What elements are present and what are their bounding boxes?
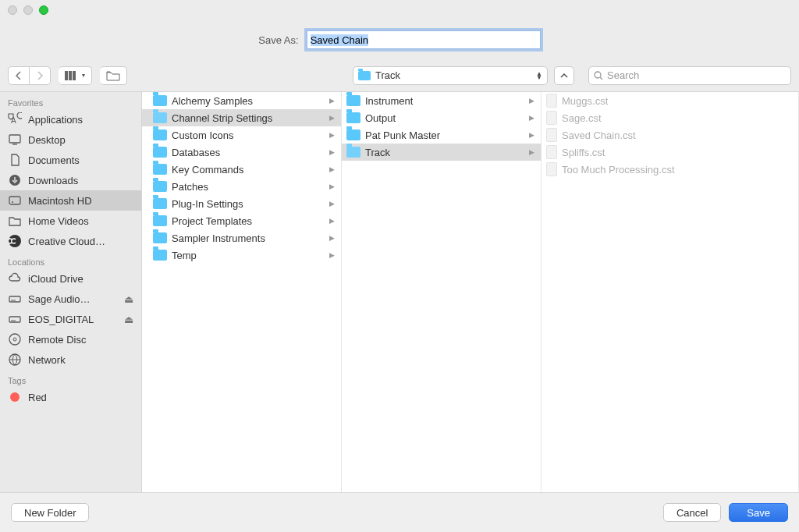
chevron-left-icon bbox=[15, 71, 23, 80]
apps-icon: A bbox=[8, 112, 22, 126]
sidebar-item[interactable]: Desktop bbox=[0, 129, 141, 150]
close-window-button[interactable] bbox=[8, 5, 17, 15]
folder-row[interactable]: Temp▶ bbox=[142, 246, 341, 264]
sidebar-item[interactable]: Downloads bbox=[0, 170, 141, 190]
eject-icon[interactable]: ⏏ bbox=[124, 314, 133, 325]
folder-row[interactable]: ▶Alchemy Samples▶ bbox=[142, 92, 341, 109]
sidebar-item-label: Documents bbox=[28, 154, 80, 166]
drive-icon bbox=[8, 312, 22, 326]
sidebar-item[interactable]: EOS_DIGITAL⏏ bbox=[0, 309, 141, 329]
collapse-button[interactable] bbox=[554, 66, 574, 85]
row-label: Pat Punk Master bbox=[365, 129, 440, 141]
chevron-right-icon: ▶ bbox=[529, 131, 538, 139]
minimize-window-button[interactable] bbox=[23, 5, 33, 15]
path-popup-label: Track bbox=[375, 69, 400, 81]
row-label: Temp bbox=[172, 250, 197, 261]
grouping-button[interactable] bbox=[100, 66, 127, 85]
sidebar-item[interactable]: Macintosh HD bbox=[0, 190, 141, 211]
folder-row[interactable]: Pat Punk Master▶ bbox=[342, 126, 541, 144]
folder-icon bbox=[153, 181, 167, 192]
folder-row[interactable]: Project Templates▶ bbox=[142, 212, 341, 229]
downloads-icon bbox=[8, 173, 22, 187]
folder-row[interactable]: ▶Databases▶ bbox=[142, 144, 341, 161]
sidebar-item[interactable]: Home Videos bbox=[0, 211, 141, 231]
cc-icon bbox=[8, 234, 22, 248]
folder-icon bbox=[153, 215, 167, 226]
sidebar-item-label: iCloud Drive bbox=[28, 273, 83, 285]
row-label: Plug-In Settings bbox=[172, 198, 243, 210]
view-mode-button[interactable]: ▾ bbox=[59, 66, 92, 85]
folder-icon bbox=[153, 147, 167, 158]
sidebar-item-label: Downloads bbox=[28, 175, 78, 186]
back-button[interactable] bbox=[8, 66, 30, 85]
sidebar-section-header: Tags bbox=[0, 370, 141, 387]
sidebar-item-label: Creative Cloud… bbox=[28, 236, 105, 247]
sidebar-item[interactable]: Remote Disc bbox=[0, 329, 141, 349]
columns-view-icon bbox=[65, 71, 79, 80]
row-label: Saved Chain.cst bbox=[562, 129, 636, 141]
disc-icon bbox=[8, 332, 22, 346]
folder-icon bbox=[153, 198, 167, 209]
eject-icon[interactable]: ⏏ bbox=[124, 293, 133, 305]
svg-text:A: A bbox=[11, 116, 16, 125]
file-icon bbox=[546, 128, 557, 142]
folder-icon bbox=[346, 147, 360, 158]
folder-row[interactable]: Instrument▶ bbox=[342, 92, 541, 109]
sidebar-item[interactable]: AApplications bbox=[0, 109, 141, 129]
folder-icon bbox=[346, 129, 360, 140]
chevron-up-icon bbox=[560, 73, 568, 79]
sidebar-item[interactable]: Network bbox=[0, 349, 141, 370]
row-label: Output bbox=[365, 112, 396, 124]
sidebar-section-header: Favorites bbox=[0, 92, 141, 109]
svg-rect-12 bbox=[9, 296, 20, 302]
folder-row[interactable]: ▶Channel Strip Settings▶ bbox=[142, 109, 341, 126]
cancel-button[interactable]: Cancel bbox=[663, 503, 721, 522]
folder-row[interactable]: Output▶ bbox=[342, 109, 541, 126]
chevron-right-icon: ▶ bbox=[329, 200, 338, 207]
folder-icon bbox=[153, 112, 167, 123]
folder-row[interactable]: Custom Icons▶ bbox=[142, 126, 341, 144]
save-as-row: Save As: bbox=[0, 20, 799, 59]
chevron-right-icon: ▶ bbox=[329, 251, 338, 259]
folder-icon bbox=[153, 129, 167, 140]
chevron-right-icon: ▶ bbox=[329, 234, 338, 242]
svg-rect-0 bbox=[65, 71, 68, 80]
zoom-window-button[interactable] bbox=[39, 5, 48, 15]
row-label: Channel Strip Settings bbox=[172, 112, 272, 124]
folder-row[interactable]: Patches▶ bbox=[142, 178, 341, 195]
filename-input[interactable] bbox=[307, 30, 541, 49]
path-popup[interactable]: Track ▲▼ bbox=[353, 66, 548, 85]
sidebar-item[interactable]: Red bbox=[0, 387, 141, 407]
bottom-bar: New Folder Cancel Save bbox=[0, 493, 799, 532]
chevron-right-icon: ▶ bbox=[329, 97, 338, 105]
file-row: Too Much Processing.cst bbox=[542, 161, 798, 178]
sidebar-item-label: Desktop bbox=[28, 134, 66, 146]
search-placeholder: Search bbox=[607, 69, 639, 81]
sidebar-item-label: Red bbox=[28, 392, 47, 403]
folder-row[interactable]: Plug-In Settings▶ bbox=[142, 195, 341, 212]
folder-row[interactable]: Sampler Instruments▶ bbox=[142, 229, 341, 246]
sidebar-item-label: Network bbox=[28, 354, 66, 366]
folder-icon bbox=[153, 95, 167, 106]
folder-row[interactable]: Key Commands▶ bbox=[142, 161, 341, 178]
search-input[interactable]: Search bbox=[588, 66, 791, 85]
file-columns: ▶Alchemy Samples▶▶Channel Strip Settings… bbox=[142, 92, 799, 492]
sidebar-item[interactable]: Documents bbox=[0, 150, 141, 170]
folder-icon bbox=[346, 95, 360, 106]
sidebar-item[interactable]: Creative Cloud… bbox=[0, 231, 141, 251]
row-label: Instrument bbox=[365, 95, 413, 107]
folder-icon bbox=[153, 232, 167, 243]
tag-icon bbox=[8, 390, 22, 404]
chevron-right-icon: ▶ bbox=[329, 183, 338, 190]
new-folder-button[interactable]: New Folder bbox=[11, 503, 89, 522]
chevron-right-icon: ▶ bbox=[529, 97, 538, 105]
chevron-right-icon: ▶ bbox=[329, 114, 338, 122]
file-row: Muggs.cst bbox=[542, 92, 798, 109]
sidebar-item[interactable]: iCloud Drive bbox=[0, 268, 141, 289]
forward-button[interactable] bbox=[30, 66, 51, 85]
sidebar-item[interactable]: Sage Audio…⏏ bbox=[0, 289, 141, 309]
folder-row[interactable]: Track▶ bbox=[342, 144, 541, 161]
save-button[interactable]: Save bbox=[729, 503, 788, 522]
sidebar-item-label: Home Videos bbox=[28, 215, 89, 227]
row-label: Track bbox=[365, 147, 390, 158]
